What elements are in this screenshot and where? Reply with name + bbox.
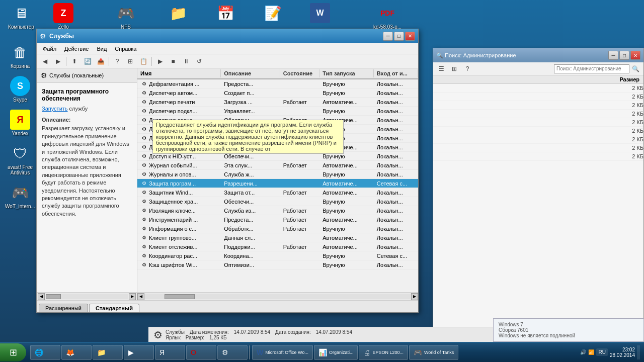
taskbar-organizati[interactable]: 📊 Organizati... <box>314 345 358 360</box>
menu-view[interactable]: Вид <box>93 45 111 53</box>
desktop-icon-folder[interactable]: 📁 <box>162 3 194 24</box>
service-row[interactable]: ⚙Инструментарий ... Предоста... Работает… <box>137 215 418 224</box>
desktop-icon-calendar[interactable]: 📅 <box>209 3 242 24</box>
toolbar-refresh[interactable]: 🔄 <box>82 56 94 67</box>
col-status-header[interactable]: Состояние <box>280 69 319 77</box>
admin-help-btn[interactable]: ? <box>461 63 473 74</box>
horiz-scroll-thumb[interactable] <box>165 294 195 299</box>
toolbar-stop[interactable]: ■ <box>167 56 179 67</box>
service-row[interactable]: ⚙Клиент отслежив... Поддержи... Работает… <box>137 242 418 251</box>
taskbar-epson-label: EPSON L200... <box>372 350 404 355</box>
taskbar-explorer[interactable]: 📁 <box>93 345 123 360</box>
menu-help[interactable]: Справка <box>111 45 140 53</box>
taskbar-media[interactable]: ▶ <box>124 345 154 360</box>
admin-max-button[interactable]: □ <box>619 51 629 60</box>
desktop-icon-skype[interactable]: S Skype <box>4 76 36 103</box>
tray-show-desktop[interactable] <box>637 345 640 359</box>
start-button[interactable]: ⊞ <box>0 343 26 361</box>
scroll-track[interactable] <box>46 294 128 299</box>
toolbar-play[interactable]: ▶ <box>154 56 166 67</box>
service-row[interactable]: ⚙Дефрагментация ... Предоста... Вручную … <box>137 79 418 88</box>
desktop-icon-trash[interactable]: 🗑 Корзина <box>4 42 36 69</box>
toolbar-forward[interactable]: ▶ <box>52 56 64 67</box>
toolbar-up[interactable]: ⬆ <box>68 56 80 67</box>
admin-search-btn[interactable]: 🔍 <box>629 63 641 74</box>
toolbar-export[interactable]: 📤 <box>95 56 107 67</box>
desktop-icon-computer[interactable]: 🖥 Компьютер <box>5 3 37 30</box>
taskbar-opera[interactable]: O <box>186 345 216 360</box>
toolbar-view2[interactable]: 📋 <box>137 56 149 67</box>
horiz-scroll-track[interactable] <box>144 294 411 299</box>
services-max-button[interactable]: □ <box>394 32 404 41</box>
service-row[interactable]: ⚙Диспетчер учетн... Предоста... Вручную … <box>137 134 418 143</box>
service-startup-cell: Автоматиче... <box>319 162 374 169</box>
service-row[interactable]: ⚙Координатор рас... Координа... Вручную … <box>137 251 418 260</box>
desktop-icon-doc[interactable]: 📝 <box>257 3 289 24</box>
service-desc-cell: Разрешени... <box>221 180 280 187</box>
tab-extended[interactable]: Расширенный <box>39 304 88 312</box>
service-row[interactable]: ⚙Диспетчер сеанс... Обеспечи... Работает… <box>137 116 418 125</box>
taskbar-epson[interactable]: 🖨 EPSON L200... <box>359 345 408 360</box>
scroll-left-arrow[interactable]: ◀ <box>38 293 45 300</box>
toolbar-view[interactable]: ⊞ <box>124 56 136 67</box>
service-row[interactable]: ⚙Диспетчер учетн... Запуск это... Работа… <box>137 143 418 152</box>
service-login-cell: Локальн... <box>374 117 418 124</box>
start-service-link[interactable]: Запустить <box>42 106 68 112</box>
taskbar-firefox[interactable]: 🦊 <box>61 345 92 360</box>
taskbar-settings[interactable]: ⚙ <box>217 345 248 360</box>
service-row[interactable]: ⚙Кэш шрифтов Wi... Оптимизи... Вручную Л… <box>137 260 418 269</box>
desktop-icon-word[interactable]: W <box>304 3 336 24</box>
service-row[interactable]: ⚙Диспетчер удост... Предоста... Вручную … <box>137 125 418 134</box>
admin-window-controls[interactable]: ─ □ ✕ <box>608 51 640 60</box>
admin-view-btn2[interactable]: ⊞ <box>448 63 460 74</box>
horiz-scroll-right[interactable]: ▶ <box>411 293 418 300</box>
desktop-icon-avast[interactable]: 🛡 avast! Free Antivirus <box>4 143 36 175</box>
toolbar-back[interactable]: ◀ <box>39 56 51 67</box>
service-row[interactable]: ⚙Защита програм... Разрешени... Автомати… <box>137 179 418 188</box>
service-row[interactable]: ⚙Журнал событий... Эта служ... Работает … <box>137 161 418 170</box>
taskbar-yandex[interactable]: Я <box>155 345 185 360</box>
desktop-icon-pdf[interactable]: PDF kd-58.03-p... <box>371 3 404 30</box>
admin-view-btn[interactable]: ☰ <box>435 63 447 74</box>
service-row[interactable]: ⚙Доступ к HID-уст... Обеспечи... Вручную… <box>137 152 418 161</box>
desktop-icon-wot[interactable]: 🎮 WoT_intern... <box>4 183 36 209</box>
services-close-button[interactable]: ✕ <box>405 32 415 41</box>
admin-file-row: 2 КБ <box>433 101 643 110</box>
toolbar-pause[interactable]: ⏸ <box>180 56 192 67</box>
taskbar-ie[interactable]: 🌐 <box>30 345 60 360</box>
col-name-header[interactable]: Имя <box>137 69 221 77</box>
desktop-icon-zello[interactable]: Z Zello <box>47 3 79 30</box>
admin-search-input[interactable] <box>554 64 629 73</box>
service-row[interactable]: ⚙Защищенное хра... Обеспечи... Вручную Л… <box>137 197 418 206</box>
service-row[interactable]: ⚙Диспетчер подкл... Управляет... Вручную… <box>137 107 418 116</box>
service-row[interactable]: ⚙Диспетчер печати Загрузка ... Работает … <box>137 98 418 107</box>
col-desc-header[interactable]: Описание <box>221 69 280 77</box>
desktop-icon-nfs[interactable]: 🎮 NFS <box>110 3 142 30</box>
service-row[interactable]: ⚙Клиент группово... Данная сл... Автомат… <box>137 233 418 242</box>
admin-min-button[interactable]: ─ <box>608 51 618 60</box>
col-login-header[interactable]: Вход от и... <box>374 69 418 77</box>
tab-standard[interactable]: Стандартный <box>89 304 139 312</box>
service-row[interactable]: ⚙Журналы и опов... Служба ж... Вручную Л… <box>137 170 418 179</box>
desktop-icon-yandex[interactable]: Я Yandex <box>4 110 36 136</box>
services-min-button[interactable]: ─ <box>383 32 393 41</box>
scroll-thumb[interactable] <box>46 294 61 299</box>
menu-file[interactable]: Файл <box>39 45 60 53</box>
taskbar-wot[interactable]: 🎮 World of Tanks <box>409 345 458 360</box>
services-window-controls[interactable]: ─ □ ✕ <box>383 32 415 41</box>
service-row[interactable]: ⚙Изоляция ключе... Служба из... Работает… <box>137 206 418 215</box>
horiz-scroll-left[interactable]: ◀ <box>137 293 144 300</box>
service-row[interactable]: ⚙Информация о с... Обработк... Работает … <box>137 224 418 233</box>
scroll-right-arrow[interactable]: ▶ <box>129 293 136 300</box>
col-startup-header[interactable]: Тип запуска <box>319 69 374 77</box>
service-row[interactable]: ⚙Диспетчер автом... Создает п... Вручную… <box>137 88 418 98</box>
service-row[interactable]: ⚙Защитник Wind... Защита от... Работает … <box>137 188 418 197</box>
service-name-cell: ⚙Изоляция ключе... <box>137 207 221 215</box>
service-login-cell: Локальн... <box>374 108 418 115</box>
toolbar-help[interactable]: ? <box>111 56 123 67</box>
admin-close-button[interactable]: ✕ <box>630 51 640 60</box>
taskbar-msoffice[interactable]: W Microsoft Office Wo... <box>252 345 313 360</box>
menu-action[interactable]: Действие <box>60 45 93 53</box>
toolbar-restart[interactable]: ↺ <box>193 56 205 67</box>
tray-lang[interactable]: RU <box>596 348 607 356</box>
